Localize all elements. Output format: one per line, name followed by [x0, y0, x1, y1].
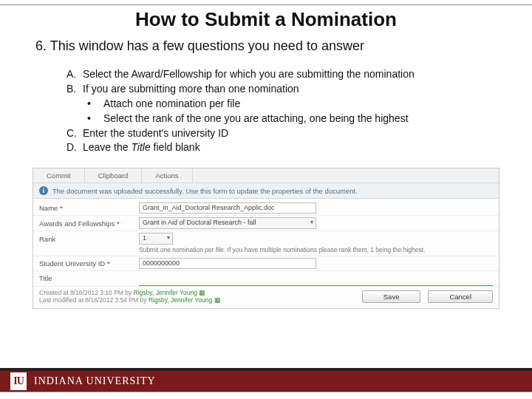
bullet-1: •	[87, 97, 103, 111]
cancel-button[interactable]: Cancel	[428, 290, 493, 303]
rank-select[interactable]: 1	[139, 233, 173, 245]
label-title: Title	[39, 274, 139, 282]
ribbon-tabs: Commit Clipboard Actions	[33, 168, 499, 183]
instruction-list: A.Select the Award/Fellowship for which …	[66, 67, 532, 154]
item-b2: Select the rank of the one you are attac…	[103, 112, 409, 124]
form-screenshot: Commit Clipboard Actions i The document …	[33, 168, 499, 308]
banner-text: The document was uploaded successfully. …	[52, 187, 358, 195]
tab-commit[interactable]: Commit	[33, 168, 85, 183]
student-id-input[interactable]: 0000000000	[139, 258, 316, 269]
name-input[interactable]: Grant_in_Aid_Doctoral Research_Applic.do…	[139, 202, 316, 214]
iu-name: INDIANA UNIVERSITY	[34, 375, 156, 387]
page-title: How to Submit a Nomination	[0, 8, 532, 31]
awards-select[interactable]: Grant in Aid of Doctoral Research - fall	[139, 217, 316, 229]
label-rank: Rank	[39, 235, 139, 243]
rank-hint: Submit one nomination per file. If you h…	[133, 246, 499, 255]
marker-a: A.	[66, 67, 83, 81]
info-banner: i The document was uploaded successfully…	[33, 183, 499, 199]
label-awards: Awards and Fellowships *	[39, 219, 139, 228]
item-b1: Attach one nomination per file	[103, 98, 240, 109]
item-b: If you are submitting more than one nomi…	[83, 83, 299, 95]
item-d: Leave the Title field blank	[83, 141, 200, 153]
save-button[interactable]: Save	[362, 290, 421, 303]
tab-clipboard[interactable]: Clipboard	[85, 168, 143, 183]
label-name: Name *	[39, 204, 139, 212]
label-student-id: Student University ID *	[39, 259, 139, 267]
bullet-2: •	[87, 112, 103, 126]
iu-logo: IU	[10, 372, 27, 390]
item-c: Enter the student's university ID	[83, 127, 228, 139]
marker-d: D.	[66, 140, 83, 154]
info-icon: i	[39, 186, 48, 195]
meta-text: Created at 8/16/2012 3:10 PM by Rigsby, …	[39, 289, 221, 304]
marker-b: B.	[66, 82, 83, 96]
footer: IU INDIANA UNIVERSITY	[0, 368, 532, 399]
item-a: Select the Award/Fellowship for which yo…	[83, 68, 415, 80]
tab-actions[interactable]: Actions	[142, 168, 192, 183]
marker-c: C.	[66, 126, 83, 140]
step-text: 6. This window has a few questions you n…	[35, 38, 532, 54]
